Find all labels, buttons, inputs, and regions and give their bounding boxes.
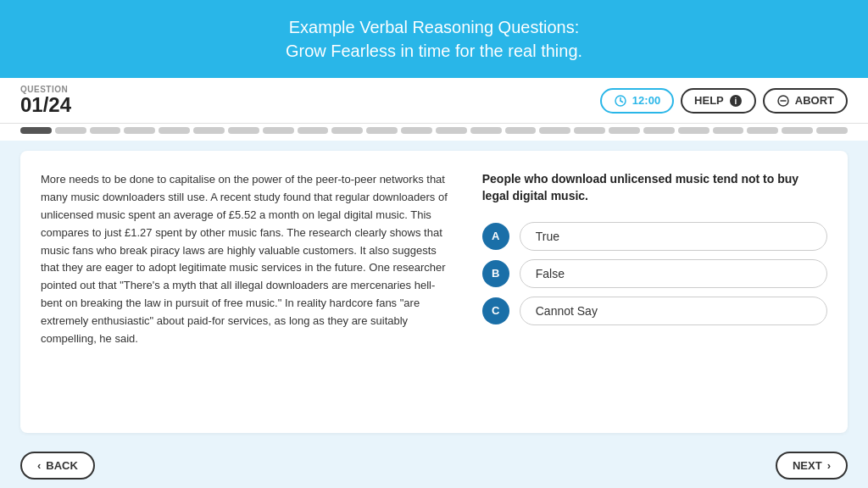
answer-option-b[interactable]: BFalse (482, 259, 827, 288)
header-title: Example Verbal Reasoning Questions: Grow… (17, 15, 851, 63)
progress-segment-23 (782, 127, 813, 134)
answer-option-a[interactable]: ATrue (482, 222, 827, 251)
progress-segment-22 (747, 127, 778, 134)
next-label: NEXT (793, 459, 822, 472)
help-label: HELP (694, 94, 724, 107)
question-section: People who download unlicensed music ten… (482, 171, 827, 413)
option-text-b: False (520, 259, 827, 288)
option-letter-b: B (482, 260, 509, 287)
progress-segment-21 (713, 127, 744, 134)
svg-text:i: i (734, 97, 737, 106)
progress-bar (0, 124, 868, 141)
svg-line-2 (620, 101, 623, 103)
progress-segment-2 (55, 127, 86, 134)
progress-segment-15 (505, 127, 537, 134)
option-letter-c: C (482, 297, 509, 324)
footer: ‹ BACK NEXT › (0, 443, 868, 488)
back-label: BACK (46, 459, 78, 472)
back-chevron-icon: ‹ (37, 459, 41, 472)
help-button[interactable]: HELP i (681, 88, 756, 114)
progress-segment-6 (193, 127, 225, 134)
progress-segment-19 (643, 127, 675, 134)
progress-segment-11 (366, 127, 398, 134)
option-text-a: True (520, 222, 827, 251)
header-title-line2: Grow Fearless in time for the real thing… (286, 42, 582, 60)
progress-segment-4 (124, 127, 155, 134)
main-content: More needs to be done to capitalise on t… (0, 141, 868, 443)
passage-text: More needs to be done to capitalise on t… (41, 171, 455, 347)
back-button[interactable]: ‹ BACK (20, 452, 95, 480)
progress-segment-3 (90, 127, 121, 134)
abort-icon (776, 94, 790, 108)
question-statement: People who download unlicensed music ten… (482, 171, 827, 204)
passage-section: More needs to be done to capitalise on t… (41, 171, 455, 413)
question-label: QUESTION 01/24 (20, 85, 71, 116)
progress-segment-7 (228, 127, 259, 134)
timer-button[interactable]: 12:00 (600, 88, 674, 114)
progress-segment-12 (401, 127, 432, 134)
progress-segment-14 (470, 127, 502, 134)
clock-icon (614, 94, 627, 108)
progress-segment-10 (331, 127, 363, 134)
header-controls: 12:00 HELP i ABORT (600, 88, 848, 114)
progress-segment-16 (539, 127, 570, 134)
abort-label: ABORT (795, 94, 834, 107)
progress-segment-13 (436, 127, 467, 134)
progress-segment-17 (574, 127, 605, 134)
progress-segment-1 (20, 127, 52, 134)
option-text-c: Cannot Say (520, 297, 827, 325)
progress-segment-18 (609, 127, 640, 134)
page-header: Example Verbal Reasoning Questions: Grow… (0, 0, 868, 78)
next-chevron-icon: › (827, 459, 831, 472)
answer-option-c[interactable]: CCannot Say (482, 297, 827, 325)
question-card: More needs to be done to capitalise on t… (20, 151, 848, 433)
option-letter-a: A (482, 223, 509, 250)
progress-segment-8 (263, 127, 294, 134)
next-button[interactable]: NEXT › (776, 452, 848, 480)
progress-segment-9 (298, 127, 329, 134)
header-title-line1: Example Verbal Reasoning Questions: (289, 18, 579, 36)
info-icon: i (729, 94, 743, 108)
progress-segment-20 (678, 127, 709, 134)
sub-header: QUESTION 01/24 12:00 HELP i (0, 78, 868, 124)
answer-options: ATrueBFalseCCannot Say (482, 222, 827, 325)
question-number: 01/24 (20, 94, 71, 116)
progress-segment-5 (159, 127, 190, 134)
timer-label: 12:00 (632, 94, 660, 107)
progress-segment-24 (816, 127, 848, 134)
abort-button[interactable]: ABORT (763, 88, 848, 114)
